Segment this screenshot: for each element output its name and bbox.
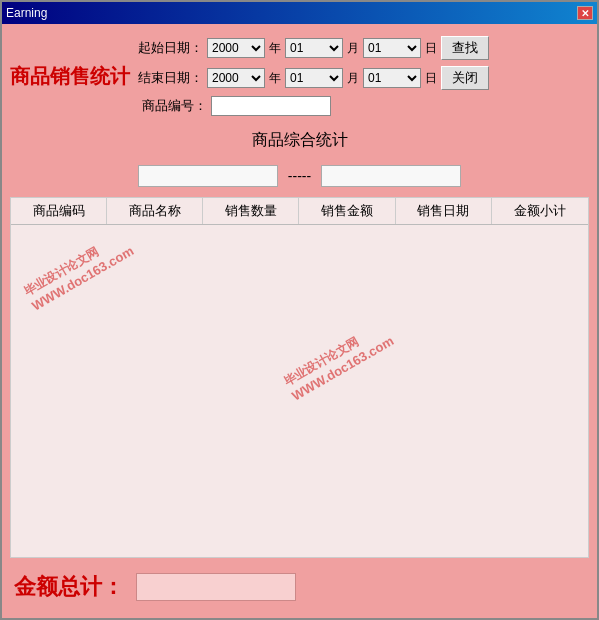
col-product-name: 商品名称 — [107, 198, 203, 224]
table-body: 毕业设计论文网 WWW.doc163.com 毕业设计论文网 WWW.doc16… — [11, 225, 588, 556]
product-code-row: 商品编号： — [138, 96, 589, 116]
close-button[interactable]: 关闭 — [441, 66, 489, 90]
summary-bar: ----- — [10, 161, 589, 191]
table-header: 商品编码 商品名称 销售数量 销售金额 销售日期 金额小计 — [11, 198, 588, 225]
watermark-line2b: WWW.doc163.com — [289, 333, 396, 403]
shop-title: 商品销售统计 — [10, 63, 130, 90]
watermark-line2a: WWW.doc163.com — [29, 243, 136, 313]
watermark-line1a: 毕业设计论文网 — [21, 228, 129, 300]
window-title: Earning — [6, 6, 47, 20]
year-unit-1: 年 — [269, 40, 281, 57]
bottom-panel: 金额总计： — [10, 564, 589, 610]
col-subtotal: 金额小计 — [492, 198, 588, 224]
watermark-line1b: 毕业设计论文网 — [281, 318, 389, 390]
section-title: 商品综合统计 — [10, 126, 589, 155]
product-code-label: 商品编号： — [142, 97, 207, 115]
month-unit-2: 月 — [347, 70, 359, 87]
main-window: Earning ✕ 商品销售统计 起始日期： 20002001200220032… — [0, 0, 599, 620]
close-window-button[interactable]: ✕ — [577, 6, 593, 20]
start-date-label: 起始日期： — [138, 39, 203, 57]
end-date-row: 结束日期： 20002001200220032004 年 0102030405 … — [138, 66, 589, 90]
summary-left-input[interactable] — [138, 165, 278, 187]
top-panel: 商品销售统计 起始日期： 20002001200220032004 年 0102… — [10, 32, 589, 120]
start-date-row: 起始日期： 20002001200220032004 年 0102030405 … — [138, 36, 589, 60]
summary-right-input[interactable] — [321, 165, 461, 187]
summary-dash: ----- — [288, 168, 311, 184]
end-month-select[interactable]: 0102030405 0607080910 1112 — [285, 68, 343, 88]
day-unit-1: 日 — [425, 40, 437, 57]
total-label: 金额总计： — [14, 572, 124, 602]
data-table-container: 商品编码 商品名称 销售数量 销售金额 销售日期 金额小计 毕业设计论文网 WW… — [10, 197, 589, 558]
col-sales-amount: 销售金额 — [299, 198, 395, 224]
total-input[interactable] — [136, 573, 296, 601]
col-sales-date: 销售日期 — [396, 198, 492, 224]
end-year-select[interactable]: 20002001200220032004 — [207, 68, 265, 88]
end-date-label: 结束日期： — [138, 69, 203, 87]
month-unit-1: 月 — [347, 40, 359, 57]
watermark-1: 毕业设计论文网 WWW.doc163.com — [21, 228, 136, 313]
col-product-code: 商品编码 — [11, 198, 107, 224]
title-bar: Earning ✕ — [2, 2, 597, 24]
product-code-input[interactable] — [211, 96, 331, 116]
start-year-select[interactable]: 20002001200220032004 — [207, 38, 265, 58]
col-sales-qty: 销售数量 — [203, 198, 299, 224]
day-unit-2: 日 — [425, 70, 437, 87]
content-area: 商品销售统计 起始日期： 20002001200220032004 年 0102… — [2, 24, 597, 618]
start-day-select[interactable]: 0102030405 0607080910 1112131415 1617181… — [363, 38, 421, 58]
form-area: 起始日期： 20002001200220032004 年 0102030405 … — [138, 36, 589, 116]
year-unit-2: 年 — [269, 70, 281, 87]
watermark-2: 毕业设计论文网 WWW.doc163.com — [281, 318, 396, 403]
end-day-select[interactable]: 0102030405 0607080910 1112131415 1617181… — [363, 68, 421, 88]
start-month-select[interactable]: 0102030405 0607080910 1112 — [285, 38, 343, 58]
search-button[interactable]: 查找 — [441, 36, 489, 60]
